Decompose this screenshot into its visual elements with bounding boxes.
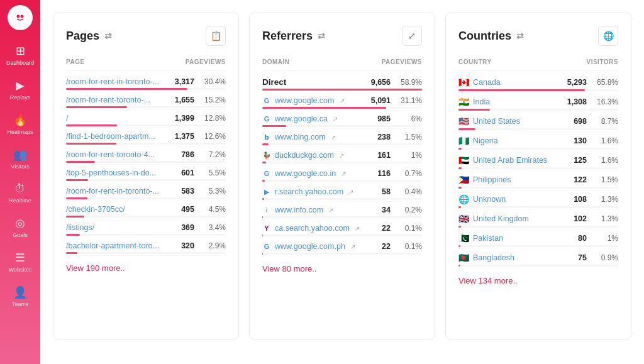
country-name[interactable]: 🇺🇸 United States <box>458 116 562 126</box>
ref-domain[interactable]: G www.google.ca ↗ <box>262 114 365 123</box>
external-link-icon: ↗ <box>328 207 333 214</box>
referrers-action-btn[interactable]: ⤢ <box>402 26 422 46</box>
ref-domain[interactable]: G www.google.com.ph ↗ <box>262 242 365 251</box>
progress-bar <box>66 252 77 254</box>
country-row: 🇧🇩 Bangladesh 75 0.9% <box>458 249 618 268</box>
referrers-rows: G www.google.com ↗ 5,091 31.1% G www.goo… <box>262 92 422 256</box>
pages-action-btn[interactable]: 📋 <box>206 26 226 46</box>
page-count: 583 <box>169 187 194 196</box>
country-flag: 🇵🇭 <box>458 175 469 185</box>
page-name[interactable]: /listings/ <box>66 223 169 232</box>
ref-pct: 0.4% <box>398 187 422 196</box>
countries-view-more[interactable]: View 134 more.. <box>458 276 518 285</box>
external-link-icon: ↗ <box>341 170 346 177</box>
referrer-row: G www.google.ca ↗ 985 6% <box>262 111 422 129</box>
referrer-row: G www.google.co.in ↗ 116 0.7% <box>262 165 422 184</box>
page-count: 3,317 <box>169 77 194 86</box>
external-link-icon: ↗ <box>348 189 353 196</box>
progress-bar <box>66 143 116 145</box>
country-name[interactable]: 🇮🇳 India <box>458 97 562 107</box>
sidebar-item-label: Teams <box>12 301 29 307</box>
table-row: / 1,399 12.8% <box>66 110 226 128</box>
country-name[interactable]: 🇵🇰 Pakistan <box>458 233 562 243</box>
country-count: 125 <box>562 156 587 165</box>
progress-bar-bg <box>66 234 226 236</box>
dashboard-icon: ⊞ <box>16 44 25 58</box>
page-name[interactable]: /top-5-penthouses-in-do... <box>66 168 169 177</box>
pages-view-more[interactable]: View 190 more.. <box>66 263 125 273</box>
logo[interactable] <box>8 5 33 30</box>
ref-pct: 0.2% <box>398 206 422 214</box>
ref-domain[interactable]: Y ca.search.yahoo.com ↗ <box>262 224 365 233</box>
countries-action-btn[interactable]: 🌐 <box>598 26 618 46</box>
page-name[interactable]: /bachelor-apartment-toro... <box>66 241 169 250</box>
sidebar-item-teams[interactable]: 👤 Teams <box>0 279 40 314</box>
ref-domain[interactable]: ▶ r.search.yahoo.com ↗ <box>262 187 365 196</box>
country-flag: 🌐 <box>458 194 469 204</box>
page-name[interactable]: /room-for-rent-in-toronto-... <box>66 77 169 86</box>
page-name[interactable]: /room-for-rent-toronto-... <box>66 96 169 104</box>
sidebar-item-visitors[interactable]: 👥 Visitors <box>0 141 40 176</box>
panels-grid: Pages ⇄ 📋 PAGE PAGEVIEWS /room-for-rent-… <box>53 13 631 339</box>
page-count: 1,655 <box>169 96 194 104</box>
direct-count: 9,656 <box>365 78 391 87</box>
ref-domain[interactable]: b www.bing.com ↗ <box>262 133 365 141</box>
table-row: /checkin-3705cc/ 495 4.5% <box>66 201 226 219</box>
sidebar-item-label: Goals <box>13 232 28 238</box>
referrers-panel-header: Referrers ⇄ ⤢ <box>262 26 422 46</box>
page-name[interactable]: /checkin-3705cc/ <box>66 205 169 214</box>
country-name[interactable]: 🇬🇧 United Kingdom <box>458 214 562 224</box>
external-link-icon: ↗ <box>339 152 344 159</box>
progress-bar-bg <box>66 179 226 181</box>
sidebar-item-goals[interactable]: ◎ Goals <box>0 210 40 245</box>
external-link-icon: ↗ <box>333 116 338 123</box>
country-name[interactable]: 🇦🇪 United Arab Emirates <box>458 155 562 165</box>
referrers-table-header: DOMAIN PAGEVIEWS <box>262 56 422 71</box>
country-flag: 🇮🇳 <box>458 97 469 107</box>
table-row: /room-for-rent-in-toronto-... 3,317 30.4… <box>66 74 226 92</box>
external-link-icon: ↗ <box>340 97 345 104</box>
progress-bar-bg <box>458 109 618 111</box>
sidebar-item-replays[interactable]: ▶ Replays <box>0 72 40 107</box>
direct-pct: 58.9% <box>398 78 422 87</box>
external-link-icon: ↗ <box>355 225 360 232</box>
sidebar-item-label: Heatmaps <box>7 129 33 135</box>
country-name[interactable]: 🇵🇭 Philippines <box>458 175 562 185</box>
countries-panel-header: Countries ⇄ 🌐 <box>458 26 618 46</box>
progress-bar-bg <box>458 265 618 267</box>
ref-domain[interactable]: G www.google.com ↗ <box>262 96 365 105</box>
sidebar-item-realtime[interactable]: ⏱ Realtime <box>0 176 40 210</box>
ref-domain[interactable]: i www.info.com ↗ <box>262 206 365 214</box>
sidebar-item-websites[interactable]: ☰ Websites <box>0 245 40 279</box>
ref-domain[interactable]: 🦆 duckduckgo.com ↗ <box>262 151 365 160</box>
page-name[interactable]: /room-for-rent-toronto-4... <box>66 150 169 159</box>
country-name[interactable]: 🌐 Unknown <box>458 194 562 204</box>
ref-domain[interactable]: G www.google.co.in ↗ <box>262 169 365 178</box>
referrers-view-more[interactable]: View 80 more.. <box>262 264 316 273</box>
progress-bar <box>262 89 422 91</box>
ref-icon: G <box>262 96 271 105</box>
svg-point-0 <box>14 11 26 24</box>
page-name[interactable]: /room-for-rent-in-toronto-... <box>66 187 169 196</box>
country-name[interactable]: 🇧🇩 Bangladesh <box>458 253 562 263</box>
direct-label: Direct <box>262 77 365 87</box>
sidebar-item-heatmaps[interactable]: 🔥 Heatmaps <box>0 107 40 141</box>
ref-icon: 🦆 <box>262 151 271 160</box>
page-name[interactable]: /find-1-bedroom-apartm... <box>66 132 169 141</box>
sidebar-item-dashboard[interactable]: ⊞ Dashboard <box>0 38 40 72</box>
sidebar-item-label: Websites <box>9 267 32 273</box>
pages-rows: /room-for-rent-in-toronto-... 3,317 30.4… <box>66 74 226 256</box>
direct-row: Direct 9,656 58.9% <box>262 74 422 92</box>
country-name[interactable]: 🇨🇦 Canada <box>458 77 562 87</box>
ref-pct: 1.5% <box>398 133 422 141</box>
country-name[interactable]: 🇳🇬 Nigeria <box>458 136 562 146</box>
progress-bar-bg <box>66 88 226 90</box>
progress-bar <box>458 89 585 91</box>
ref-count: 161 <box>365 151 391 160</box>
page-name[interactable]: / <box>66 114 169 123</box>
table-row: /bachelor-apartment-toro... 320 2.9% <box>66 238 226 256</box>
country-row: 🇦🇪 United Arab Emirates 125 1.6% <box>458 152 618 171</box>
country-pct: 1% <box>594 234 618 243</box>
progress-bar <box>66 88 187 90</box>
referrer-row: 🦆 duckduckgo.com ↗ 161 1% <box>262 147 422 165</box>
